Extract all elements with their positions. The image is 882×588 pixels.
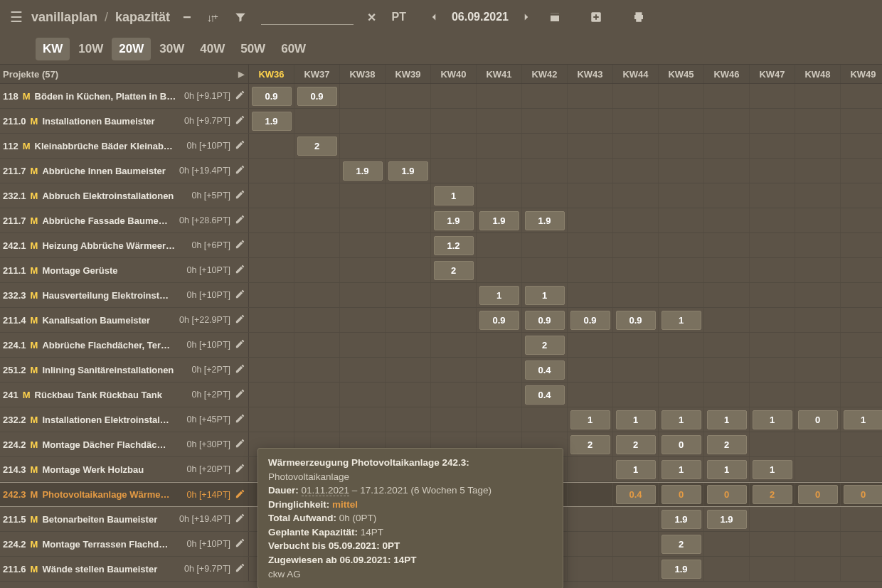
cell[interactable] — [568, 258, 613, 282]
capacity-chip[interactable]: 2 — [616, 435, 656, 454]
cell[interactable] — [659, 183, 704, 208]
cell[interactable] — [386, 183, 431, 208]
cell[interactable] — [431, 109, 477, 133]
range-tab-kw[interactable]: KW — [36, 38, 70, 60]
cell[interactable] — [841, 109, 882, 133]
capacity-chip[interactable]: 1 — [753, 460, 792, 479]
cell[interactable] — [386, 84, 431, 108]
cell[interactable] — [249, 308, 294, 332]
cell[interactable] — [659, 258, 704, 282]
cell[interactable] — [750, 308, 795, 332]
cell[interactable]: 1.9 — [659, 507, 704, 531]
range-tab-10w[interactable]: 10W — [71, 38, 110, 60]
cell[interactable] — [249, 134, 294, 158]
capacity-chip[interactable]: 0.9 — [252, 87, 292, 106]
edit-icon[interactable] — [235, 164, 245, 177]
week-col-kw47[interactable]: KW47 — [750, 65, 795, 83]
cell[interactable]: 1 — [841, 407, 882, 432]
capacity-chip[interactable]: 1.2 — [434, 236, 474, 255]
cell[interactable]: 1 — [704, 457, 750, 481]
cell[interactable] — [704, 233, 750, 257]
capacity-chip[interactable]: 1.9 — [662, 510, 701, 529]
capacity-chip[interactable]: 0 — [798, 485, 838, 504]
cell[interactable] — [340, 109, 386, 133]
capacity-chip[interactable]: 0.4 — [525, 360, 565, 380]
edit-icon[interactable] — [235, 513, 245, 525]
edit-icon[interactable] — [235, 388, 245, 401]
cell[interactable]: 0.4 — [613, 483, 659, 506]
project-row[interactable]: 211.7MAbbrüche Fassade Baume…0h [+28.6PT… — [0, 208, 882, 233]
print-icon[interactable] — [628, 8, 649, 26]
cell[interactable] — [795, 134, 841, 158]
cell[interactable] — [750, 532, 795, 556]
cell[interactable] — [386, 233, 431, 257]
cell[interactable] — [386, 258, 431, 282]
cell[interactable] — [795, 159, 841, 183]
week-col-kw36[interactable]: KW36 — [249, 65, 294, 83]
project-row[interactable]: 232.3MHausverteilung Elektroinst…0h [+10… — [0, 283, 882, 308]
project-row-left[interactable]: 241MRückbau Tank Rückbau Tank0h [+2PT] — [0, 383, 249, 407]
cell[interactable] — [750, 358, 795, 382]
edit-icon[interactable] — [235, 139, 245, 152]
cell[interactable] — [795, 183, 841, 208]
cell[interactable] — [841, 258, 882, 282]
cell[interactable] — [568, 183, 613, 208]
cell[interactable] — [386, 109, 431, 133]
cell[interactable] — [522, 258, 568, 282]
week-col-kw49[interactable]: KW49 — [841, 65, 882, 83]
cell[interactable] — [750, 283, 795, 307]
range-tab-60w[interactable]: 60W — [274, 38, 313, 60]
cell[interactable] — [841, 383, 882, 407]
edit-icon[interactable] — [235, 338, 245, 351]
cell[interactable] — [750, 208, 795, 232]
cell[interactable] — [613, 283, 659, 307]
cell[interactable] — [841, 233, 882, 257]
edit-icon[interactable] — [235, 90, 245, 102]
cell[interactable]: 0.9 — [522, 308, 568, 332]
project-row-left[interactable]: 214.3MMontage Werk Holzbau0h [+20PT] — [0, 457, 249, 481]
cell[interactable] — [795, 557, 841, 581]
capacity-chip[interactable]: 0.4 — [525, 385, 565, 405]
edit-icon[interactable] — [235, 562, 245, 575]
cell[interactable] — [659, 383, 704, 407]
cell[interactable] — [704, 308, 750, 332]
range-tab-20w[interactable]: 20W — [112, 38, 151, 60]
cell[interactable] — [522, 233, 568, 257]
project-row[interactable]: 232.1MAbbruch Elektroinstallationen0h [+… — [0, 183, 882, 208]
cell[interactable] — [795, 308, 841, 332]
cell[interactable]: 1.2 — [431, 233, 477, 257]
cell[interactable]: 2 — [613, 432, 659, 456]
cell[interactable] — [704, 333, 750, 357]
cell[interactable] — [431, 134, 477, 158]
cell[interactable] — [613, 532, 659, 556]
cell[interactable]: 0 — [659, 483, 704, 506]
cell[interactable]: 2 — [294, 134, 340, 158]
cell[interactable] — [294, 183, 340, 208]
cell[interactable]: 2 — [568, 432, 613, 456]
cell[interactable]: 2 — [704, 432, 750, 456]
project-row-left[interactable]: 211.5MBetonarbeiten Baumeister0h [+19.4P… — [0, 507, 249, 531]
project-row[interactable]: 211.7MAbbrüche Innen Baumeister0h [+19.4… — [0, 159, 882, 183]
capacity-chip[interactable]: 1 — [753, 410, 792, 429]
cell[interactable] — [795, 109, 841, 133]
cell[interactable] — [659, 84, 704, 108]
cell[interactable] — [795, 507, 841, 531]
cell[interactable] — [795, 233, 841, 257]
cell[interactable] — [568, 84, 613, 108]
project-row-left[interactable]: 242.1MHeizung Abbrüche Wärmeer…0h [+6PT] — [0, 233, 249, 257]
cell[interactable] — [841, 159, 882, 183]
cell[interactable] — [750, 383, 795, 407]
project-row[interactable]: 241MRückbau Tank Rückbau Tank0h [+2PT]0.… — [0, 383, 882, 407]
capacity-chip[interactable]: 1.9 — [662, 560, 701, 579]
cell[interactable] — [795, 383, 841, 407]
project-row-left[interactable]: 211.0MInstallationen Baumeister0h [+9.7P… — [0, 109, 249, 133]
cell[interactable] — [659, 233, 704, 257]
cell[interactable] — [340, 258, 386, 282]
edit-icon[interactable] — [235, 314, 245, 326]
breadcrumb-app[interactable]: vanillaplan — [31, 10, 97, 25]
cell[interactable]: 0 — [659, 432, 704, 456]
cell[interactable] — [249, 183, 294, 208]
cell[interactable]: 2 — [522, 333, 568, 357]
cell[interactable] — [477, 333, 522, 357]
capacity-chip[interactable]: 1 — [616, 410, 656, 429]
